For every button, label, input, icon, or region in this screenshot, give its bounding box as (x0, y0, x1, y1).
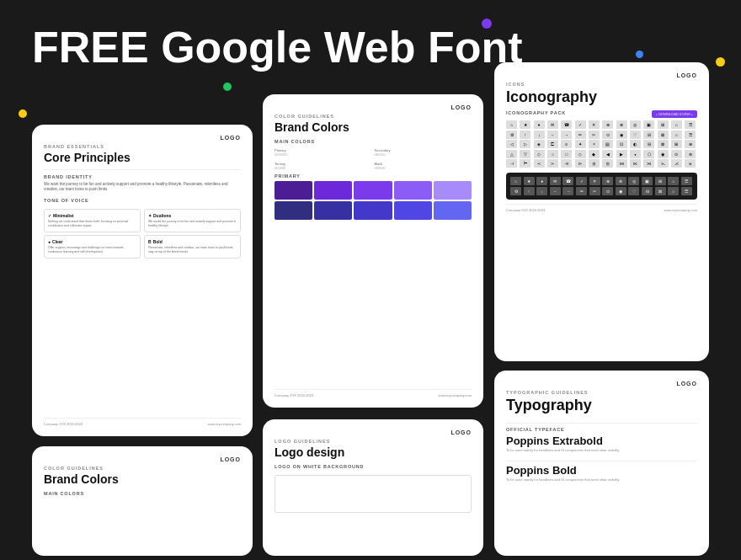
icon-cell: ⋌ (671, 159, 682, 168)
dark-icon-cell: ♡ (628, 187, 639, 195)
icon-cell: ▶ (616, 150, 627, 158)
dark-icon-cell: ⊙ (602, 187, 613, 195)
logo-white-bg-box (275, 475, 472, 513)
dot-blue (636, 51, 643, 58)
icon-cell: ⌂ (671, 120, 682, 129)
icon-cell: ⊞ (671, 140, 682, 148)
icon-cell: ⊚ (685, 150, 696, 158)
icon-cell: ⊎ (685, 159, 696, 168)
icon-cell: ⊡ (616, 140, 627, 148)
icon-cell: ↓ (534, 131, 545, 139)
icon-cell: ◆ (589, 150, 600, 158)
icon-cell: ★ (520, 120, 530, 129)
card1-logo: LOGO (44, 135, 241, 141)
icon-cell: ⊙ (671, 150, 682, 158)
card4-main-colors: MAIN COLORS (44, 491, 241, 496)
card2-swatch-row1: Primary#000001 Secondary#B0001 (275, 147, 472, 157)
shade8 (354, 201, 392, 220)
download-icons-btn[interactable]: + DOWNLOAD ICONS + (652, 110, 697, 118)
dark-icon-cell: ⊟ (642, 187, 653, 195)
icon-cell: ⊏ (547, 140, 558, 148)
card3-pack-label: ICONOGRAPHY PACK (506, 110, 566, 115)
card-brand-colors-small: LOGO COLOR GUIDELINES Brand Colors MAIN … (32, 446, 253, 556)
card6-font1-desc: To be used mainly for headlines and UI c… (506, 448, 697, 452)
card2-footer-right: www.mycompany.com (439, 393, 472, 397)
dot-yellow-left (19, 109, 27, 118)
card5-section-label: LOGO GUIDELINES (275, 439, 472, 444)
swatch-primary-label: Primary#000001 (275, 148, 372, 157)
card-iconography: LOGO ICONS Iconography ICONOGRAPHY PACK … (494, 62, 709, 361)
card6-font1: Poppins Extrabold (506, 435, 697, 447)
dark-icon-cell: ⊠ (655, 187, 666, 195)
shade5 (434, 181, 472, 200)
card-core-principles: LOGO BRAND ESSENTIALS Core Principles BR… (32, 125, 253, 436)
dark-icon-cell: ⊞ (655, 177, 666, 185)
icon-cell: ⊵ (602, 159, 613, 168)
icon-cell: ⊕ (685, 140, 696, 148)
icon-cell: ⊗ (616, 120, 627, 129)
swatch-tertiary-label: Tertiary#00000 (275, 162, 372, 170)
swatch-black-label: Black#00000 (375, 162, 472, 170)
card6-font2: Poppins Bold (506, 464, 697, 477)
card3-footer-left: Company XYZ 2022-2023 (506, 208, 545, 212)
tone-minimalist-name: Minimalist (53, 213, 73, 218)
icon-cell: ♦ (534, 120, 545, 129)
dark-icon-cell: ⊗ (616, 177, 626, 185)
card-brand-colors-large: LOGO COLOR GUIDELINES Brand Colors MAIN … (263, 94, 483, 408)
card6-divider1 (506, 423, 697, 424)
tone-clear-text: Offer support, encourage and challenge o… (48, 246, 136, 254)
icon-cell: ⬧ (630, 150, 641, 158)
dot-green (223, 83, 232, 91)
card1-identity-label: BRAND IDENTITY (44, 174, 241, 179)
icon-cell: ◈ (534, 140, 545, 148)
card1-footer: Company XYZ 2022-2023 www.mycompany.com (44, 418, 241, 426)
icon-cell: ⊳ (575, 159, 586, 168)
icon-cell: ◁ (506, 140, 517, 148)
dark-icon-cell: ★ (524, 177, 535, 185)
icon-cell: ⊕ (602, 120, 613, 129)
dark-icon-cell: → (562, 187, 573, 195)
card6-logo: LOGO (506, 381, 697, 387)
card6-font2-desc: To be used mainly for headlines and UI c… (506, 477, 697, 482)
card2-title: Brand Colors (275, 120, 472, 134)
card2-primary-label: PRIMARY (275, 173, 472, 179)
icon-cell: ▽ (520, 150, 530, 158)
card2-primary-row1 (275, 181, 472, 200)
icon-cell: ✂ (589, 131, 600, 139)
card2-footer-left: Company XYZ 2022-2023 (275, 393, 313, 397)
card2-logo: LOGO (275, 104, 472, 110)
icon-cell: ○ (547, 150, 558, 158)
icon-cell: ⊴ (589, 159, 600, 168)
icon-cell: ⋉ (630, 159, 641, 168)
icon-cell: ☎ (561, 120, 572, 129)
icon-cell: ⊙ (602, 131, 613, 139)
icon-cell: ← (547, 131, 558, 139)
dark-icon-cell: ✕ (589, 177, 600, 185)
icon-cell: ⋊ (643, 159, 654, 168)
icon-cell: ✏ (575, 131, 586, 139)
dark-icon-cell: ✂ (589, 187, 600, 195)
icon-cell: ⌂ (671, 131, 682, 139)
dark-icon-cell: ⚙ (510, 187, 521, 195)
icon-cell: ⊣ (506, 159, 517, 168)
card5-logo: LOGO (275, 429, 472, 435)
tone-dualtons-text: We would the journey to be fun and activ… (148, 220, 237, 228)
tone-minimalist: ✓ Minimalist Nothing we understand that … (44, 209, 141, 232)
icon-cell: ⊠ (658, 131, 669, 139)
icon-cell: ≻ (547, 159, 558, 168)
dark-icon-cell: ⌂ (668, 177, 679, 185)
card6-official-label: OFFICIAL TYPEFACE (506, 427, 697, 432)
icon-cell: ▷ (520, 140, 530, 148)
icon-cell: ◇ (575, 150, 586, 158)
card2-primary-row2 (275, 201, 472, 220)
icon-cell: △ (506, 150, 517, 158)
card1-identity-text: We want the journey to be fun and active… (44, 182, 241, 194)
dark-icon-cell: ↑ (524, 187, 535, 195)
card4-title: Brand Colors (44, 472, 241, 486)
icon-cell: ⬡ (643, 150, 654, 158)
card-logo-design: LOGO LOGO GUIDELINES Logo design LOGO ON… (263, 419, 483, 556)
icon-cell: → (561, 131, 572, 139)
icon-cell: ⊟ (643, 140, 654, 148)
card6-divider2 (506, 461, 697, 461)
icon-cell: ◉ (658, 150, 669, 158)
